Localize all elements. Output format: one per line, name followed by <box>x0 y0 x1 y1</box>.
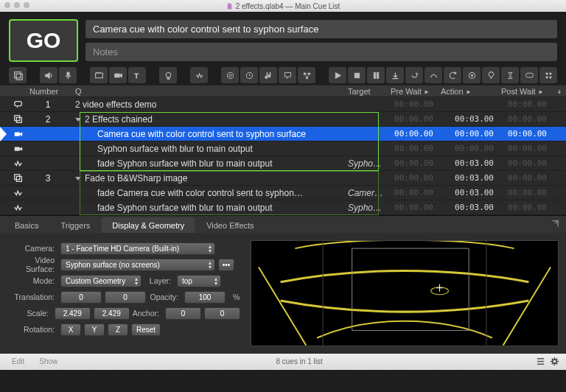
network-cue-icon[interactable] <box>221 67 239 83</box>
cue-row[interactable]: fade Camera cue with color control sent … <box>0 186 566 200</box>
scale-x[interactable]: 2.429 <box>55 307 91 320</box>
speech-icon <box>10 99 27 110</box>
camera-dropdown[interactable]: 1 - FaceTime HD Camera (Built-in)▴▾ <box>60 242 215 255</box>
window-title: 2 effects.qlab4 — Main Cue List <box>236 2 340 10</box>
cue-type-toolbar: T <box>0 66 566 85</box>
anchor-y[interactable]: 0 <box>204 307 240 320</box>
cue-postwait: 00:00.00 <box>501 129 554 139</box>
go-button[interactable]: GO <box>9 19 78 62</box>
midi-cue-icon[interactable] <box>259 67 277 83</box>
gear-icon[interactable] <box>550 357 559 366</box>
cue-name: 2 video effects demo <box>69 99 348 110</box>
svg-point-23 <box>545 76 547 77</box>
tab-basics[interactable]: Basics <box>4 217 49 233</box>
opacity-label: Opacity: <box>149 293 184 301</box>
rotation-reset-button[interactable]: Reset <box>131 323 161 336</box>
minimize-window-button[interactable] <box>14 2 20 8</box>
svg-rect-29 <box>16 176 21 181</box>
target-cue-icon[interactable] <box>463 67 481 83</box>
devamp-cue-icon[interactable] <box>424 67 442 83</box>
fade-cue-icon[interactable] <box>190 67 208 83</box>
layer-dropdown[interactable]: top▴▾ <box>177 275 221 287</box>
zoom-window-button[interactable] <box>24 2 29 8</box>
reset-cue-icon[interactable] <box>405 67 423 83</box>
cue-postwait: 00:00.00 <box>501 188 554 197</box>
column-q[interactable]: Q <box>69 87 348 96</box>
column-action[interactable]: Action <box>441 87 501 96</box>
cue-row[interactable]: Syphon surface with blur to main output0… <box>0 141 566 156</box>
start-cue-icon[interactable] <box>329 67 346 83</box>
geometry-preview[interactable] <box>251 240 559 346</box>
rotation-x-button[interactable]: X <box>60 323 81 336</box>
translation-label: Translation: <box>7 293 60 301</box>
cue-postwait: 00:00.00 <box>501 114 554 124</box>
tab-triggers[interactable]: Triggers <box>50 217 100 233</box>
zigzag-icon <box>10 203 27 213</box>
svg-point-6 <box>99 71 100 72</box>
status-bar: Edit Show 8 cues in 1 list <box>0 354 566 370</box>
column-postwait[interactable]: Post Wait <box>501 87 554 96</box>
opacity-input[interactable]: 100 <box>184 291 226 304</box>
audio-cue-icon[interactable] <box>40 67 57 83</box>
mode-dropdown[interactable]: Custom Geometry▴▾ <box>60 275 142 287</box>
cue-list[interactable]: 12 video effects demo00:00.0000:00.0022 … <box>0 97 566 215</box>
wait-cue-icon[interactable] <box>501 67 519 83</box>
anchor-x[interactable]: 0 <box>165 307 201 320</box>
cue-row[interactable]: 12 video effects demo00:00.0000:00.00 <box>0 97 566 112</box>
cue-row[interactable]: fade Syphon surface with blur to main ou… <box>0 156 566 171</box>
mode-show-button[interactable]: Show <box>32 357 65 365</box>
cue-row[interactable]: 22 Effects chained00:00.0000:03.0000:00.… <box>0 112 566 127</box>
goto-cue-icon[interactable] <box>444 67 461 83</box>
pause-cue-icon[interactable] <box>367 67 385 83</box>
cuecart-icon[interactable] <box>539 67 557 83</box>
cue-action: 00:03.00 <box>441 114 501 124</box>
stop-cue-icon[interactable] <box>348 67 366 83</box>
surface-edit-button[interactable]: ••• <box>218 259 234 271</box>
timecode-cue-icon[interactable] <box>240 67 258 83</box>
cue-target: Sypho… <box>348 203 391 213</box>
mode-edit-button[interactable]: Edit <box>4 357 32 365</box>
script-cue-icon[interactable] <box>298 67 315 83</box>
svg-rect-1 <box>16 74 22 80</box>
scale-y[interactable]: 2.429 <box>94 307 130 320</box>
cue-prewait: 00:00.00 <box>391 158 441 168</box>
column-target[interactable]: Target <box>348 87 391 96</box>
translation-x[interactable]: 0 <box>60 291 102 304</box>
group-cue-icon[interactable] <box>9 67 27 83</box>
rotation-z-button[interactable]: Z <box>108 323 128 336</box>
text-cue-icon[interactable]: T <box>128 67 146 83</box>
pop-out-inspector-icon[interactable] <box>551 219 560 231</box>
translation-y[interactable]: 0 <box>105 291 146 304</box>
column-number[interactable]: Number <box>27 87 69 96</box>
cue-prewait: 00:00.00 <box>391 99 441 109</box>
cue-row[interactable]: fade Syphon surface with blur to main ou… <box>0 200 566 215</box>
rotation-y-button[interactable]: Y <box>84 323 105 336</box>
tab-video-effects[interactable]: Video Effects <box>196 217 264 233</box>
arm-cue-icon[interactable] <box>482 67 500 83</box>
column-prewait[interactable]: Pre Wait <box>391 87 441 96</box>
svg-point-10 <box>227 72 233 78</box>
status-count: 8 cues in 1 list <box>65 357 534 365</box>
playhead-indicator <box>0 127 7 141</box>
cue-row[interactable]: 3Fade to B&WSharp image00:00.0000:03.000… <box>0 171 566 186</box>
cue-prewait: 00:00.00 <box>391 114 441 124</box>
cue-action: 00:00.00 <box>441 144 501 153</box>
svg-point-21 <box>545 72 547 74</box>
column-continue[interactable] <box>554 87 566 96</box>
cue-row[interactable]: Camera cue with color control sent to sy… <box>0 127 566 141</box>
mic-cue-icon[interactable] <box>59 67 77 83</box>
load-cue-icon[interactable] <box>386 67 404 83</box>
video-cue-icon[interactable] <box>90 67 108 83</box>
osc-cue-icon[interactable] <box>279 67 296 83</box>
tab-display-geometry[interactable]: Display & Geometry <box>102 217 195 233</box>
light-cue-icon[interactable] <box>159 67 177 83</box>
list-view-icon[interactable] <box>536 357 545 366</box>
close-window-button[interactable] <box>4 2 10 8</box>
mode-label: Mode: <box>7 276 60 285</box>
surface-dropdown[interactable]: Syphon surface (no screens)▴▾ <box>60 259 215 271</box>
cue-notes-field[interactable]: Notes <box>85 43 557 61</box>
cue-name-field[interactable]: Camera cue with color control sent to sy… <box>85 20 557 38</box>
camera-cue-icon[interactable] <box>109 67 127 83</box>
memo-cue-icon[interactable] <box>520 67 538 83</box>
surface-label: Video Surface: <box>7 256 60 273</box>
